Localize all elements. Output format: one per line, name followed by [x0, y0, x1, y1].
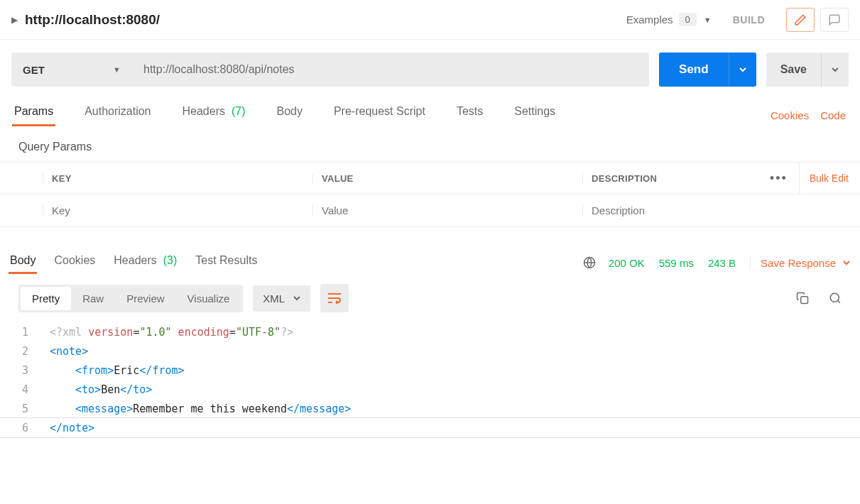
value-header: VALUE — [312, 173, 582, 184]
expand-icon[interactable]: ▶ — [11, 15, 18, 25]
save-response-dropdown[interactable]: Save Response — [750, 257, 850, 269]
examples-count: 0 — [679, 13, 697, 26]
wrap-lines-button[interactable] — [320, 284, 349, 312]
resp-tab-headers[interactable]: Headers (3) — [114, 254, 177, 271]
save-dropdown[interactable] — [821, 53, 849, 87]
resp-tab-testresults[interactable]: Test Results — [195, 254, 257, 271]
caret-down-icon: ▼ — [704, 16, 712, 24]
resp-headers-label: Headers — [114, 254, 156, 266]
line-number: 2 — [0, 345, 50, 358]
caret-down-icon — [832, 66, 839, 73]
search-icon[interactable] — [829, 292, 842, 305]
edit-icon-button[interactable] — [786, 8, 815, 32]
save-response-label: Save Response — [761, 257, 836, 269]
url-input-wrapper[interactable] — [132, 53, 649, 87]
bulk-edit-link[interactable]: Bulk Edit — [799, 162, 849, 195]
pencil-icon — [794, 13, 807, 26]
request-tabs: Params Authorization Headers (7) Body Pr… — [0, 99, 860, 131]
caret-down-icon — [843, 259, 850, 266]
url-input[interactable] — [143, 63, 638, 76]
desc-header: DESCRIPTION — [582, 173, 770, 184]
value-input[interactable] — [322, 204, 582, 217]
format-label: XML — [263, 292, 285, 305]
save-button[interactable]: Save — [766, 53, 849, 87]
line-number: 1 — [0, 326, 50, 339]
line-number: 4 — [0, 383, 50, 396]
key-header: KEY — [43, 173, 312, 184]
wrap-icon — [327, 292, 342, 304]
view-pretty[interactable]: Pretty — [21, 287, 71, 310]
cookies-link[interactable]: Cookies — [771, 109, 809, 121]
send-button[interactable]: Send — [659, 53, 756, 87]
tab-headers[interactable]: Headers (7) — [183, 105, 246, 125]
view-preview[interactable]: Preview — [115, 287, 175, 310]
desc-input[interactable] — [592, 204, 860, 217]
title-bar: ▶ http://localhost:8080/ Examples 0 ▼ BU… — [0, 0, 860, 40]
view-raw[interactable]: Raw — [71, 287, 115, 310]
send-dropdown[interactable] — [729, 53, 756, 87]
more-icon[interactable]: ••• — [770, 171, 788, 186]
resp-tab-body[interactable]: Body — [10, 254, 36, 271]
headers-count: (7) — [228, 105, 245, 117]
build-label: BUILD — [733, 14, 765, 26]
params-row — [0, 195, 860, 227]
view-visualize[interactable]: Visualize — [176, 287, 241, 310]
svg-point-2 — [830, 293, 839, 302]
response-size: 243 B — [708, 257, 736, 269]
status-code: 200 OK — [609, 257, 645, 269]
tab-headers-label: Headers — [183, 105, 225, 117]
line-number: 5 — [0, 402, 50, 415]
method-label: GET — [23, 64, 45, 76]
comment-icon-button[interactable] — [820, 8, 849, 32]
resp-headers-count: (3) — [160, 254, 177, 266]
resp-tab-cookies[interactable]: Cookies — [54, 254, 95, 271]
response-time: 559 ms — [659, 257, 694, 269]
format-dropdown[interactable]: XML — [253, 285, 310, 312]
method-dropdown[interactable]: GET ▼ — [11, 53, 132, 87]
examples-label: Examples — [626, 13, 673, 26]
response-tabs: Body Cookies Headers (3) Test Results 20… — [0, 241, 860, 277]
svg-rect-1 — [801, 297, 808, 304]
line-number: 6 — [0, 422, 50, 434]
tab-authorization[interactable]: Authorization — [85, 105, 151, 125]
tab-prerequest[interactable]: Pre-request Script — [334, 105, 425, 125]
send-label: Send — [659, 53, 729, 87]
tab-settings[interactable]: Settings — [514, 105, 555, 125]
save-label: Save — [766, 53, 821, 87]
copy-icon[interactable] — [796, 292, 809, 305]
response-body[interactable]: 1<?xml version="1.0" encoding="UTF-8"?> … — [0, 319, 860, 451]
code-link[interactable]: Code — [820, 109, 846, 121]
examples-dropdown[interactable]: Examples 0 ▼ — [626, 13, 712, 26]
key-input[interactable] — [52, 204, 312, 217]
comment-icon — [828, 13, 841, 26]
caret-down-icon — [739, 66, 746, 73]
caret-down-icon: ▼ — [113, 65, 121, 74]
view-bar: Pretty Raw Preview Visualize XML — [0, 277, 860, 319]
line-number: 3 — [0, 364, 50, 377]
request-name[interactable]: http://localhost:8080/ — [25, 12, 626, 28]
tab-params[interactable]: Params — [14, 105, 53, 125]
request-row: GET ▼ Send Save — [0, 40, 860, 99]
tab-body[interactable]: Body — [276, 105, 302, 125]
params-header: KEY VALUE DESCRIPTION ••• Bulk Edit — [0, 162, 860, 195]
query-params-label: Query Params — [0, 131, 860, 162]
globe-icon[interactable] — [583, 256, 596, 269]
caret-down-icon — [293, 295, 300, 302]
view-mode-segment: Pretty Raw Preview Visualize — [18, 285, 243, 312]
tab-tests[interactable]: Tests — [457, 105, 483, 125]
